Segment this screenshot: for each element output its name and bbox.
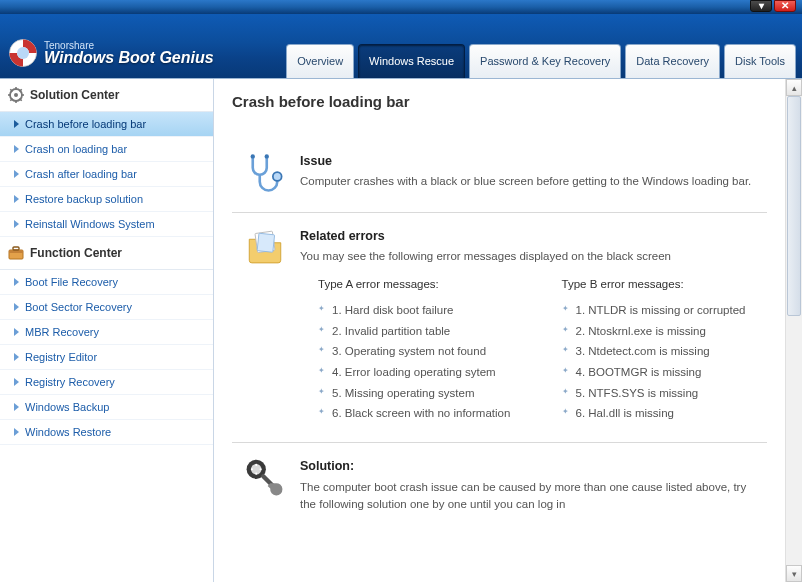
error-a-item: 6. Black screen with no information	[318, 403, 516, 424]
svg-point-4	[14, 93, 18, 97]
function-center-title: Function Center	[30, 246, 122, 260]
vertical-scrollbar[interactable]: ▴ ▾	[785, 79, 802, 582]
sidebar-item-boot-sector-recovery[interactable]: Boot Sector Recovery	[0, 295, 213, 320]
scrollbar-thumb[interactable]	[787, 96, 801, 316]
svg-rect-20	[257, 233, 274, 252]
svg-point-17	[251, 154, 255, 158]
folder-paper-icon	[244, 227, 286, 269]
error-b-item: 5. NTFS.SYS is missing	[562, 383, 760, 404]
caret-right-icon	[14, 303, 19, 311]
tab-windows-rescue[interactable]: Windows Rescue	[358, 44, 465, 78]
tab-password-key-recovery[interactable]: Password & Key Recovery	[469, 44, 621, 78]
related-intro: You may see the following error messages…	[300, 250, 671, 262]
error-b-item: 2. Ntoskrnl.exe is missing	[562, 321, 760, 342]
error-b-item: 1. NTLDR is missing or corrupted	[562, 300, 760, 321]
wrench-tire-icon	[244, 457, 286, 499]
sidebar-item-registry-editor[interactable]: Registry Editor	[0, 345, 213, 370]
app-header: Tenorshare Windows Boot Genius Overview …	[0, 14, 802, 78]
svg-rect-15	[13, 247, 19, 250]
close-button[interactable]: ✕	[774, 0, 796, 12]
lifebuoy-icon	[8, 38, 38, 68]
app-body: Solution Center Crash before loading bar…	[0, 78, 802, 582]
error-col-b: Type B error messages: 1. NTLDR is missi…	[562, 276, 760, 424]
toolbox-icon	[8, 245, 24, 261]
sidebar-item-crash-after-loading[interactable]: Crash after loading bar	[0, 162, 213, 187]
svg-point-2	[17, 47, 29, 59]
error-a-item: 3. Operating system not found	[318, 341, 516, 362]
solution-center-title: Solution Center	[30, 88, 119, 102]
error-b-item: 6. Hal.dll is missing	[562, 403, 760, 424]
gear-icon	[8, 87, 24, 103]
sidebar-item-crash-before-loading[interactable]: Crash before loading bar	[0, 112, 213, 137]
issue-heading: Issue	[300, 152, 759, 171]
minimize-button[interactable]: ▾	[750, 0, 772, 12]
caret-right-icon	[14, 403, 19, 411]
scrollbar-down-button[interactable]: ▾	[786, 565, 802, 582]
svg-point-23	[255, 464, 257, 466]
error-b-item: 3. Ntdetect.com is missing	[562, 341, 760, 362]
svg-point-25	[251, 468, 253, 470]
related-heading: Related errors	[300, 227, 759, 246]
error-a-item: 5. Missing operating system	[318, 383, 516, 404]
caret-right-icon	[14, 328, 19, 336]
window-titlebar: ▾ ✕	[0, 0, 802, 14]
caret-right-icon	[14, 353, 19, 361]
scrollbar-track[interactable]	[786, 96, 802, 565]
caret-right-icon	[14, 145, 19, 153]
sidebar: Solution Center Crash before loading bar…	[0, 79, 214, 582]
caret-right-icon	[14, 220, 19, 228]
svg-point-16	[273, 172, 282, 181]
sidebar-item-crash-on-loading[interactable]: Crash on loading bar	[0, 137, 213, 162]
main-content: Crash before loading bar Issue Computer …	[214, 79, 785, 582]
error-col-a-title: Type A error messages:	[318, 276, 516, 294]
brand: Tenorshare Windows Boot Genius	[8, 38, 214, 78]
svg-point-24	[255, 473, 257, 475]
sidebar-item-windows-restore[interactable]: Windows Restore	[0, 420, 213, 445]
error-col-a: Type A error messages: 1. Hard disk boot…	[318, 276, 516, 424]
scrollbar-up-button[interactable]: ▴	[786, 79, 802, 96]
caret-right-icon	[14, 120, 19, 128]
stethoscope-icon	[244, 152, 286, 194]
svg-point-26	[260, 468, 262, 470]
brand-product: Windows Boot Genius	[44, 49, 214, 66]
caret-right-icon	[14, 278, 19, 286]
caret-right-icon	[14, 428, 19, 436]
error-a-item: 4. Error loading operating sytem	[318, 362, 516, 383]
sidebar-item-mbr-recovery[interactable]: MBR Recovery	[0, 320, 213, 345]
sidebar-item-reinstall-windows[interactable]: Reinstall Windows System	[0, 212, 213, 237]
solution-center-header: Solution Center	[0, 79, 213, 112]
sidebar-item-registry-recovery[interactable]: Registry Recovery	[0, 370, 213, 395]
sidebar-item-windows-backup[interactable]: Windows Backup	[0, 395, 213, 420]
tab-data-recovery[interactable]: Data Recovery	[625, 44, 720, 78]
issue-text: Computer crashes with a black or blue sc…	[300, 175, 751, 187]
solution-text: The computer boot crash issue can be cau…	[300, 481, 746, 511]
error-b-item: 4. BOOTMGR is missing	[562, 362, 760, 383]
function-center-header: Function Center	[0, 237, 213, 270]
issue-block: Issue Computer crashes with a black or b…	[232, 138, 767, 213]
main-tabs: Overview Windows Rescue Password & Key R…	[286, 44, 802, 78]
caret-right-icon	[14, 170, 19, 178]
error-col-b-title: Type B error messages:	[562, 276, 760, 294]
sidebar-item-boot-file-recovery[interactable]: Boot File Recovery	[0, 270, 213, 295]
caret-right-icon	[14, 195, 19, 203]
solution-heading: Solution:	[300, 457, 759, 476]
error-a-item: 1. Hard disk boot failure	[318, 300, 516, 321]
related-errors-block: Related errors You may see the following…	[232, 213, 767, 443]
svg-point-18	[265, 154, 269, 158]
error-a-item: 2. Invalid partition table	[318, 321, 516, 342]
caret-right-icon	[14, 378, 19, 386]
tab-overview[interactable]: Overview	[286, 44, 354, 78]
sidebar-item-restore-backup[interactable]: Restore backup solution	[0, 187, 213, 212]
tab-disk-tools[interactable]: Disk Tools	[724, 44, 796, 78]
page-title: Crash before loading bar	[232, 93, 767, 110]
solution-block: Solution: The computer boot crash issue …	[232, 443, 767, 522]
